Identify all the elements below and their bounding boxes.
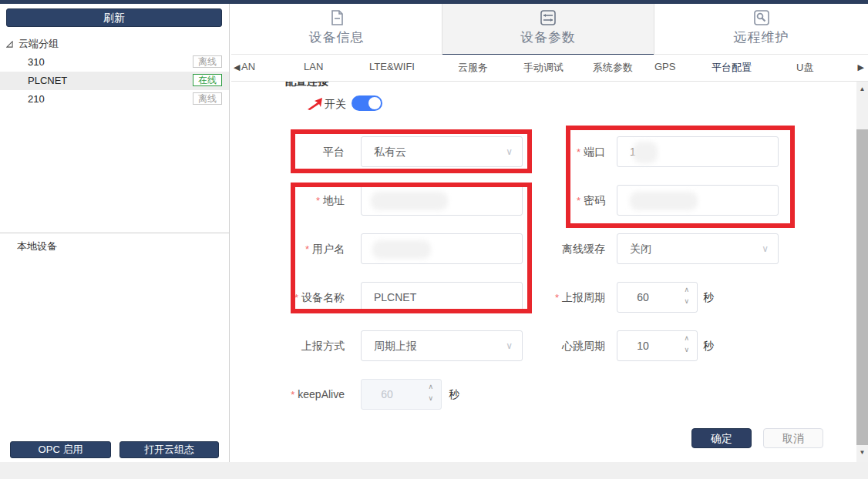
device-manager-window: 刷新 云端分组 310 离线 PLCNET 在线 210 离线 本地设备 OPC…: [0, 0, 868, 479]
tab-label: 远程维护: [734, 28, 789, 46]
scroll-down-icon[interactable]: [856, 447, 868, 459]
platform-select[interactable]: 私有云: [361, 136, 523, 167]
device-row-310[interactable]: 310 离线: [0, 53, 229, 72]
device-row-plcnet[interactable]: PLCNET 在线: [0, 72, 229, 90]
heartbeat-label: 心跳周期: [505, 340, 605, 353]
subtab-wan[interactable]: AN: [241, 61, 255, 79]
stepper-up-icon[interactable]: [684, 335, 689, 342]
tree-node-cloud-group[interactable]: 云端分组: [6, 36, 59, 52]
subtab-system[interactable]: 系统参数: [593, 61, 633, 82]
device-name: 210: [28, 93, 45, 105]
report-period-stepper[interactable]: 60: [617, 282, 698, 313]
annotation-arrow-icon: [306, 97, 323, 111]
tree-expander-icon[interactable]: [6, 41, 13, 48]
platform-config-panel: 配置连接 开关 平台 私有云 端口 1 3 地址 密码 用户名: [231, 82, 854, 462]
keepalive-stepper: 60: [361, 379, 442, 410]
keepalive-value: 60: [362, 388, 412, 400]
sidebar-divider: [0, 233, 229, 233]
local-devices-label: 本地设备: [17, 240, 57, 253]
subtab-lan[interactable]: LAN: [304, 61, 323, 79]
stepper-down-icon: [428, 395, 433, 402]
tab-label: 设备信息: [309, 28, 365, 46]
subtab-cloud[interactable]: 云服务: [458, 61, 488, 82]
keepalive-unit: 秒: [449, 388, 459, 402]
report-period-label: 上报周期: [505, 291, 605, 305]
heartbeat-stepper[interactable]: 10: [617, 330, 698, 361]
password-label: 密码: [505, 194, 605, 208]
tree-group-label: 云端分组: [19, 37, 59, 51]
address-label: 地址: [244, 194, 345, 208]
stepper-down-icon[interactable]: [684, 298, 689, 305]
keepalive-label: keepAlive: [244, 388, 345, 400]
vertical-scrollbar[interactable]: [856, 82, 868, 462]
chevron-down-icon: [762, 243, 769, 254]
status-badge: 在线: [193, 74, 222, 86]
scrollbar-thumb[interactable]: [856, 129, 868, 445]
subtab-platform-config[interactable]: 平台配置: [712, 61, 752, 83]
device-name: 310: [28, 56, 45, 68]
device-name-value: PLCNET: [374, 291, 416, 303]
opc-enable-button[interactable]: OPC 启用: [10, 441, 111, 458]
footer-strip: [0, 462, 868, 479]
tab-label: 设备参数: [520, 28, 576, 46]
offline-cache-select[interactable]: 关闭: [617, 233, 779, 264]
subtab-scroll-left-icon[interactable]: [234, 62, 240, 72]
report-period-unit: 秒: [703, 291, 714, 305]
platform-switch-toggle[interactable]: [352, 95, 382, 111]
redaction-blur: [630, 192, 698, 210]
subtab-bar: AN LAN LTE&WIFI 云服务 手动调试 系统参数 GPS 平台配置 U…: [231, 55, 868, 82]
username-input[interactable]: [361, 233, 523, 264]
document-icon: [329, 9, 345, 26]
subtab-scroll-right-icon[interactable]: [858, 62, 864, 72]
sliders-icon: [540, 9, 557, 26]
open-cloud-scada-button[interactable]: 打开云组态: [119, 441, 219, 458]
heartbeat-unit: 秒: [703, 340, 714, 353]
stepper-down-icon[interactable]: [684, 347, 689, 353]
redaction-blur: [371, 192, 448, 210]
confirm-button[interactable]: 确定: [691, 428, 752, 448]
device-name-label: 设备名称: [244, 291, 345, 305]
status-badge: 离线: [193, 92, 222, 105]
offline-cache-value: 关闭: [630, 243, 651, 256]
device-name: PLCNET: [28, 75, 67, 86]
platform-value: 私有云: [374, 146, 406, 159]
stepper-up-icon[interactable]: [684, 286, 689, 293]
device-row-210[interactable]: 210 离线: [0, 90, 229, 109]
status-badge: 离线: [193, 55, 222, 68]
password-input[interactable]: [617, 185, 779, 216]
tab-device-info[interactable]: 设备信息: [231, 4, 442, 55]
report-mode-value: 周期上报: [374, 340, 417, 353]
refresh-button[interactable]: 刷新: [6, 8, 222, 27]
subtab-debug[interactable]: 手动调试: [523, 61, 564, 82]
username-label: 用户名: [244, 243, 345, 256]
switch-label: 开关: [325, 98, 346, 112]
address-input[interactable]: [361, 185, 523, 216]
subtab-lte-wifi[interactable]: LTE&WIFI: [369, 61, 415, 79]
tab-device-params[interactable]: 设备参数: [442, 4, 654, 55]
subtab-udisk[interactable]: U盘: [796, 61, 813, 82]
redaction-blur: [633, 142, 658, 163]
sidebar: 刷新 云端分组 310 离线 PLCNET 在线 210 离线 本地设备 OPC…: [0, 4, 230, 462]
redaction-blur: [372, 240, 431, 259]
section-title: 配置连接: [285, 82, 328, 89]
subtab-gps[interactable]: GPS: [654, 61, 675, 79]
report-mode-label: 上报方式: [244, 340, 345, 353]
remote-tool-icon: [753, 9, 770, 26]
heartbeat-value: 10: [617, 340, 668, 352]
stepper-up-icon: [428, 384, 433, 390]
platform-label: 平台: [244, 146, 345, 159]
tab-remote-maintenance[interactable]: 远程维护: [654, 4, 868, 55]
toggle-knob: [368, 97, 381, 109]
cancel-button[interactable]: 取消: [763, 428, 823, 448]
port-input[interactable]: 1 3: [617, 136, 779, 167]
report-mode-select[interactable]: 周期上报: [361, 330, 523, 361]
offline-cache-label: 离线缓存: [505, 243, 605, 256]
scroll-up-icon[interactable]: [856, 83, 868, 95]
port-label: 端口: [505, 146, 605, 159]
report-period-value: 60: [617, 291, 668, 303]
device-name-input[interactable]: PLCNET: [361, 282, 523, 313]
main-tab-bar: 设备信息 设备参数 远程维护: [231, 4, 868, 55]
